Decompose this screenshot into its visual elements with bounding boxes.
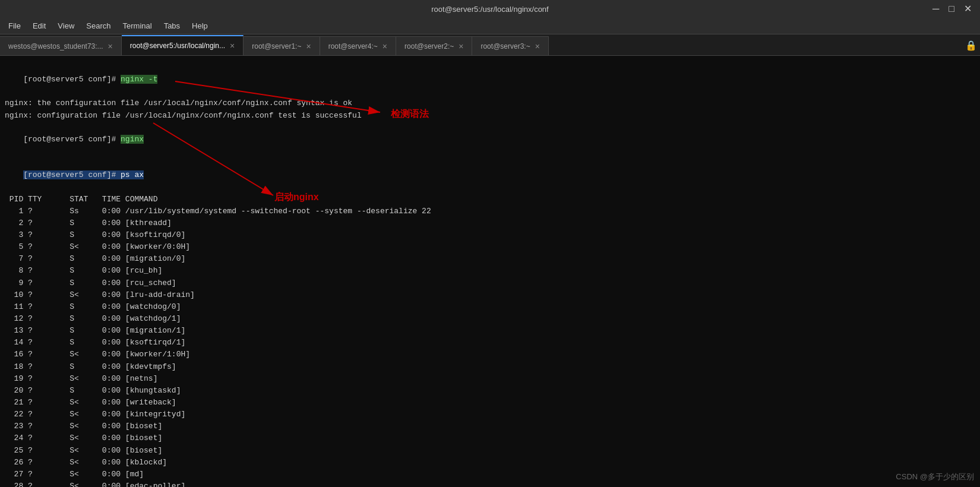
menu-view[interactable]: View xyxy=(52,20,80,31)
ps-row: 26 ? S< 0:00 [kblockd] xyxy=(5,457,975,469)
tab-close-1[interactable]: × xyxy=(108,42,113,51)
ps-row: 16 ? S< 0:00 [kworker/1:0H] xyxy=(5,349,975,360)
terminal-line: [root@server5 conf]# nginx -t xyxy=(5,62,975,97)
ps-row: 10 ? S< 0:00 [lru-add-drain] xyxy=(5,289,975,301)
ps-row: 21 ? S< 0:00 [writeback] xyxy=(5,397,975,409)
minimize-button[interactable]: ─ xyxy=(929,1,943,17)
terminal-line: nginx: configuration file /usr/local/ngi… xyxy=(5,110,975,122)
menu-edit[interactable]: Edit xyxy=(27,20,52,31)
prompt: [root@server5 conf]# xyxy=(23,135,121,144)
ps-row: 1 ? Ss 0:00 /usr/lib/systemd/systemd --s… xyxy=(5,205,975,217)
tab-label: root@server3:~ xyxy=(480,42,530,50)
menu-tabs[interactable]: Tabs xyxy=(158,20,186,31)
ps-row: 11 ? S 0:00 [watchdog/0] xyxy=(5,301,975,313)
ps-row: 28 ? S< 0:00 [edac-poller] xyxy=(5,480,975,487)
tab-label: root@server5:/usr/local/ngin... xyxy=(130,42,225,50)
menu-bar: File Edit View Search Terminal Tabs Help xyxy=(0,18,980,34)
terminal-line: [root@server5 conf]# ps ax xyxy=(5,157,975,193)
tab-close-2[interactable]: × xyxy=(230,41,235,50)
tab-bar: westos@westos_student73:... × root@serve… xyxy=(0,34,980,56)
new-tab-icon[interactable]: 🔒 xyxy=(962,36,980,55)
ps-row: 19 ? S< 0:00 [netns] xyxy=(5,373,975,385)
terminal[interactable]: [root@server5 conf]# nginx -t nginx: the… xyxy=(0,56,980,487)
ps-row: 8 ? S 0:00 [rcu_bh] xyxy=(5,265,975,277)
ps-row: 23 ? S< 0:00 [bioset] xyxy=(5,420,975,432)
tab-5[interactable]: root@server2:~ × xyxy=(396,36,472,55)
terminal-line: [root@server5 conf]# nginx xyxy=(5,122,975,157)
window-controls: ─ □ ✕ xyxy=(929,1,975,17)
ps-row: 7 ? S 0:00 [migration/0] xyxy=(5,253,975,265)
tab-label: westos@westos_student73:... xyxy=(8,42,103,50)
command-highlight: nginx -t xyxy=(121,75,157,84)
ps-header: PID TTY STAT TIME COMMAND xyxy=(5,194,975,205)
ps-row: 27 ? S< 0:00 [md] xyxy=(5,469,975,480)
tab-4[interactable]: root@server4:~ × xyxy=(320,36,396,55)
ps-row: 25 ? S< 0:00 [bioset] xyxy=(5,445,975,457)
tab-6[interactable]: root@server3:~ × xyxy=(472,36,548,55)
ps-row: 22 ? S< 0:00 [kintegrityd] xyxy=(5,409,975,420)
menu-terminal[interactable]: Terminal xyxy=(117,20,158,31)
tab-2[interactable]: root@server5:/usr/local/ngin... × xyxy=(122,35,244,55)
ps-row: 3 ? S 0:00 [ksoftirqd/0] xyxy=(5,229,975,241)
prompt: [root@server5 conf]# xyxy=(23,170,121,179)
terminal-line: nginx: the configuration file /usr/local… xyxy=(5,97,975,109)
title-bar: root@server5:/usr/local/nginx/conf ─ □ ✕ xyxy=(0,0,980,18)
maximize-button[interactable]: □ xyxy=(945,1,958,17)
ps-row: 9 ? S 0:00 [rcu_sched] xyxy=(5,277,975,289)
window-title: root@server5:/usr/local/nginx/conf xyxy=(431,5,548,14)
ps-row: 2 ? S 0:00 [kthreadd] xyxy=(5,217,975,229)
watermark: CSDN @多于少的区别 xyxy=(896,472,974,482)
tab-close-3[interactable]: × xyxy=(306,42,311,51)
menu-help[interactable]: Help xyxy=(186,20,214,31)
command-highlight-ps: ps ax xyxy=(121,170,144,179)
ps-row: 12 ? S 0:00 [watchdog/1] xyxy=(5,313,975,325)
tab-close-4[interactable]: × xyxy=(382,42,387,51)
watermark-text: CSDN @多于少的区别 xyxy=(896,472,974,481)
ps-row: 20 ? S 0:00 [khungtaskd] xyxy=(5,385,975,397)
menu-search[interactable]: Search xyxy=(80,20,116,31)
tab-close-6[interactable]: × xyxy=(535,42,540,51)
ps-row: 5 ? S< 0:00 [kworker/0:0H] xyxy=(5,241,975,253)
close-button[interactable]: ✕ xyxy=(960,1,975,17)
menu-file[interactable]: File xyxy=(2,20,27,31)
tab-label: root@server2:~ xyxy=(404,42,454,50)
ps-row: 13 ? S 0:00 [migration/1] xyxy=(5,325,975,337)
ps-row: 14 ? S 0:00 [ksoftirqd/1] xyxy=(5,337,975,349)
tab-3[interactable]: root@server1:~ × xyxy=(244,36,320,55)
prompt: [root@server5 conf]# xyxy=(23,75,121,84)
ps-row: 18 ? S 0:00 [kdevtmpfs] xyxy=(5,361,975,373)
command-highlight-nginx: nginx xyxy=(121,135,144,144)
tab-label: root@server1:~ xyxy=(252,42,301,50)
tab-1[interactable]: westos@westos_student73:... × xyxy=(0,36,122,55)
tab-close-5[interactable]: × xyxy=(459,42,463,51)
ps-row: 24 ? S< 0:00 [bioset] xyxy=(5,432,975,444)
tab-label: root@server4:~ xyxy=(328,42,378,50)
